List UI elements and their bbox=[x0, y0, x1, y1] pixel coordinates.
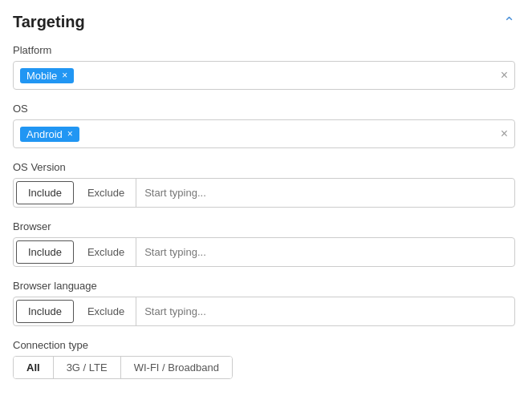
os-label: OS bbox=[13, 103, 515, 115]
browser-ie-buttons: Include Exclude bbox=[14, 238, 136, 266]
browser-exclude-button[interactable]: Exclude bbox=[76, 241, 136, 263]
browser-field: Browser Include Exclude bbox=[13, 220, 515, 267]
section-header: Targeting ⌃ bbox=[13, 13, 515, 31]
os-version-ie-buttons: Include Exclude bbox=[14, 179, 136, 207]
os-version-input[interactable] bbox=[136, 179, 514, 207]
browser-include-button[interactable]: Include bbox=[16, 240, 74, 264]
browser-language-label: Browser language bbox=[13, 280, 515, 292]
browser-input[interactable] bbox=[136, 238, 514, 266]
browser-label: Browser bbox=[13, 220, 515, 232]
connection-type-all-button[interactable]: All bbox=[14, 357, 54, 378]
connection-type-label: Connection type bbox=[13, 339, 515, 351]
connection-type-wifi-button[interactable]: WI-FI / Broadband bbox=[121, 357, 232, 378]
os-tag-text: Android bbox=[26, 128, 63, 140]
browser-input-wrapper: Include Exclude bbox=[13, 237, 515, 267]
platform-field: Platform Mobile × × bbox=[13, 44, 515, 90]
platform-label: Platform bbox=[13, 44, 515, 56]
browser-language-exclude-button[interactable]: Exclude bbox=[76, 301, 136, 322]
platform-clear-icon[interactable]: × bbox=[501, 68, 508, 83]
connection-type-3g-lte-button[interactable]: 3G / LTE bbox=[54, 357, 121, 378]
os-clear-icon[interactable]: × bbox=[501, 127, 508, 141]
platform-tag-mobile[interactable]: Mobile × bbox=[20, 68, 74, 83]
connection-type-field: Connection type All 3G / LTE WI-FI / Bro… bbox=[13, 339, 515, 379]
os-tag-android[interactable]: Android × bbox=[20, 127, 79, 142]
platform-input-container[interactable]: Mobile × × bbox=[13, 61, 515, 90]
os-input-container[interactable]: Android × × bbox=[13, 119, 515, 148]
browser-language-field: Browser language Include Exclude bbox=[13, 280, 515, 326]
browser-language-input-wrapper: Include Exclude bbox=[13, 297, 515, 326]
os-version-include-button[interactable]: Include bbox=[16, 181, 74, 204]
browser-language-include-button[interactable]: Include bbox=[16, 300, 74, 323]
os-version-field: OS Version Include Exclude bbox=[13, 161, 515, 208]
os-tag-close[interactable]: × bbox=[67, 129, 73, 139]
os-field: OS Android × × bbox=[13, 103, 515, 148]
platform-tag-text: Mobile bbox=[26, 70, 57, 82]
platform-tag-close[interactable]: × bbox=[62, 71, 67, 80]
collapse-icon[interactable]: ⌃ bbox=[503, 14, 515, 31]
targeting-section: Targeting ⌃ Platform Mobile × × OS Andro… bbox=[13, 13, 515, 379]
browser-language-input[interactable] bbox=[136, 297, 514, 325]
os-version-label: OS Version bbox=[13, 161, 515, 173]
os-version-input-wrapper: Include Exclude bbox=[13, 178, 515, 208]
browser-language-ie-buttons: Include Exclude bbox=[14, 297, 136, 325]
os-version-exclude-button[interactable]: Exclude bbox=[76, 182, 136, 204]
connection-type-buttons: All 3G / LTE WI-FI / Broadband bbox=[13, 356, 233, 379]
page-title: Targeting bbox=[13, 13, 85, 31]
